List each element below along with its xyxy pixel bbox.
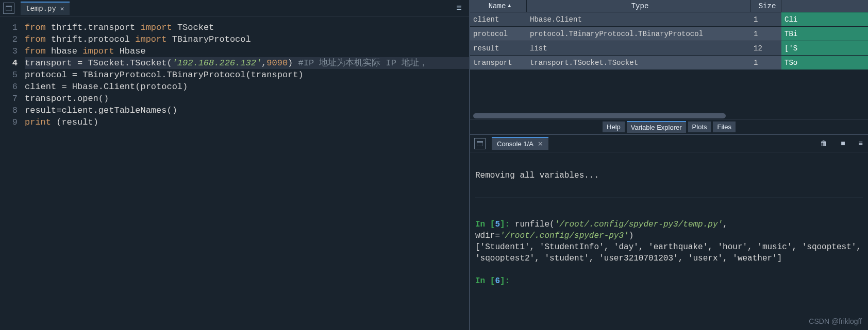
in-prompt: In [5]:	[475, 220, 515, 229]
in-prompt: In [6]:	[475, 276, 515, 286]
stop-icon[interactable]: ■	[841, 140, 845, 148]
table-row[interactable]: resultlist12['S	[470, 41, 868, 56]
console-text: Removing all variables...	[475, 171, 599, 180]
tab-label: temp.py	[26, 5, 56, 13]
tab-variable-explorer[interactable]: Variable Explorer	[627, 121, 686, 133]
console-pane: Console 1/A ✕ 🗑 ■ ≡ Removing all variabl…	[470, 135, 868, 330]
table-header[interactable]: Name▲ Type Size	[470, 0, 868, 12]
hamburger-icon[interactable]: ≡	[859, 140, 863, 148]
hamburger-icon[interactable]: ≡	[456, 3, 462, 13]
table-row[interactable]: transporttransport.TSocket.TSocket1TSo	[470, 56, 868, 70]
panel-icon[interactable]	[474, 138, 486, 149]
watermark: CSDN @friklogff	[809, 316, 862, 327]
right-panel: Name▲ Type Size clientHbase.Client1Clipr…	[470, 0, 868, 330]
close-icon[interactable]: ✕	[60, 5, 64, 13]
table-row[interactable]: protocolprotocol.TBinaryProtocol.TBinary…	[470, 27, 868, 41]
console-tabbar: Console 1/A ✕ 🗑 ■ ≡	[470, 135, 868, 152]
header-type[interactable]: Type	[527, 0, 750, 12]
console-tab[interactable]: Console 1/A ✕	[492, 137, 548, 150]
editor-tabbar: temp.py ✕ ≡	[0, 0, 469, 16]
variable-explorer-pane: Name▲ Type Size clientHbase.Client1Clipr…	[470, 0, 868, 135]
close-icon[interactable]: ✕	[538, 140, 543, 148]
console-toolbar: 🗑 ■ ≡	[820, 140, 863, 148]
console-tab-label: Console 1/A	[497, 140, 533, 148]
variables-table[interactable]: Name▲ Type Size clientHbase.Client1Clipr…	[470, 0, 868, 112]
tab-files[interactable]: Files	[713, 121, 735, 132]
header-name[interactable]: Name▲	[470, 0, 527, 12]
scroll-thumb[interactable]	[473, 113, 726, 118]
trash-icon[interactable]: 🗑	[820, 140, 827, 148]
horizontal-scrollbar[interactable]	[470, 112, 868, 119]
separator	[475, 198, 863, 198]
svg-rect-3	[477, 141, 483, 143]
editor-panel: temp.py ✕ ≡ 123456789 from thrift.transp…	[0, 0, 470, 330]
svg-rect-1	[6, 6, 12, 7]
panel-icon[interactable]	[3, 3, 14, 14]
console-result: ['Student1', 'StudentInfo', 'day', 'eart…	[475, 242, 866, 263]
code-area[interactable]: from thrift.transport import TSocketfrom…	[25, 22, 469, 330]
table-row[interactable]: clientHbase.Client1Cli	[470, 12, 868, 27]
console-output[interactable]: Removing all variables... In [5]: runfil…	[470, 152, 868, 330]
sort-asc-icon: ▲	[508, 3, 511, 9]
tab-help[interactable]: Help	[603, 121, 625, 132]
tab-plots[interactable]: Plots	[688, 121, 711, 132]
line-gutter: 123456789	[0, 22, 25, 330]
editor-tab-temp-py[interactable]: temp.py ✕	[21, 2, 70, 15]
pane-tabs: Help Variable Explorer Plots Files	[470, 119, 868, 134]
code-editor[interactable]: 123456789 from thrift.transport import T…	[0, 16, 469, 330]
header-size[interactable]: Size	[750, 0, 781, 12]
